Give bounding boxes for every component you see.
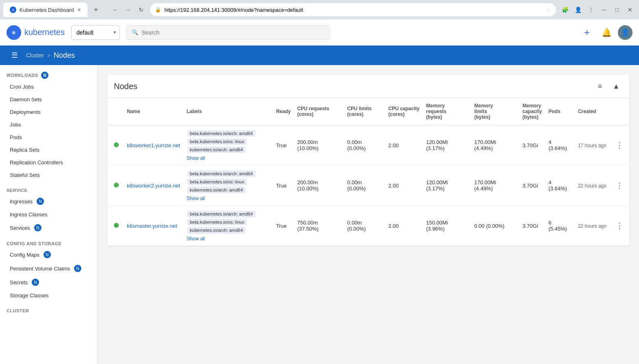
- mem-capacity-cell: 3.70Gi: [519, 166, 545, 206]
- label-chip: beta.kubernetes.io/os: linux: [188, 138, 247, 145]
- forward-button[interactable]: →: [122, 4, 134, 15]
- col-labels: Labels: [183, 98, 273, 125]
- actions-cell: ⋮: [610, 166, 629, 206]
- breadcrumb-current: Nodes: [54, 51, 75, 60]
- label-chip: beta.kubernetes.io/os: linux: [188, 219, 247, 225]
- config-section-title: Config and Storage: [0, 235, 97, 248]
- url-input[interactable]: [164, 7, 543, 13]
- mem-capacity-cell: 3.70Gi: [519, 206, 545, 246]
- label-chip: beta.kubernetes.io/arch: amd64: [188, 130, 255, 137]
- cpu-limits-cell: 0.00m (0.00%): [344, 166, 385, 206]
- sidebar-item-secrets[interactable]: Secrets N: [0, 275, 97, 289]
- sidebar-item-replication-controllers[interactable]: Replication Controllers: [0, 156, 97, 169]
- node-link-2[interactable]: k8smaster.yurrize.net: [127, 223, 177, 229]
- browser-tab[interactable]: ⎈ Kubernetes Dashboard ✕: [3, 2, 87, 17]
- back-button[interactable]: ←: [109, 4, 121, 15]
- show-all-labels-2[interactable]: Show all: [187, 236, 270, 242]
- browser-menu-button[interactable]: ⋮: [585, 4, 597, 15]
- maximize-button[interactable]: □: [611, 4, 623, 15]
- sidebar-item-ingresses[interactable]: Ingresses N: [0, 194, 97, 208]
- page-title: Nodes: [114, 82, 137, 91]
- mem-limits-cell: 170.00Mi (4.49%): [471, 166, 519, 206]
- label-chip: beta.kubernetes.io/arch: amd64: [188, 170, 255, 177]
- close-button[interactable]: ✕: [624, 4, 636, 15]
- pvc-badge: N: [74, 265, 81, 272]
- sidebar-item-pods[interactable]: Pods: [0, 131, 97, 144]
- add-icon: +: [584, 27, 590, 38]
- workloads-section-title: Workloads N: [0, 65, 97, 81]
- nodes-table-container: Nodes ≡ ▲ Name Labels Ready: [107, 75, 629, 246]
- table-row: k8sworker1.yurrize.net beta.kubernetes.i…: [107, 125, 629, 166]
- mem-requests-cell: 120.00Mi (3.17%): [423, 166, 471, 206]
- mem-limits-cell: 0.00 (0.00%): [471, 206, 519, 246]
- row-menu-button-1[interactable]: ⋮: [613, 179, 626, 192]
- table-row: k8smaster.yurrize.net beta.kubernetes.io…: [107, 206, 629, 246]
- sidebar-item-daemon-sets[interactable]: Daemon Sets: [0, 93, 97, 106]
- nodes-table: Name Labels Ready CPU requests(cores) CP…: [107, 98, 629, 246]
- ready-cell: True: [273, 125, 294, 166]
- sidebar-item-stateful-sets[interactable]: Stateful Sets: [0, 169, 97, 181]
- browser-actions: 🧩 👤 ⋮ ─ □ ✕: [559, 4, 636, 15]
- sidebar-item-config-maps[interactable]: Config Maps N: [0, 248, 97, 262]
- refresh-button[interactable]: ↻: [135, 4, 147, 15]
- sidebar-item-storage-classes[interactable]: Storage Classes: [0, 289, 97, 302]
- breadcrumb-bar: ☰ Cluster > Nodes: [0, 46, 639, 65]
- hamburger-icon: ☰: [11, 51, 18, 60]
- sidebar-item-deployments[interactable]: Deployments: [0, 106, 97, 118]
- actions-cell: ⋮: [610, 125, 629, 166]
- search-icon: 🔍: [132, 29, 138, 35]
- add-button[interactable]: +: [579, 24, 595, 41]
- ready-cell: True: [273, 166, 294, 206]
- namespace-select-input[interactable]: default: [71, 25, 120, 40]
- sidebar-item-replica-sets[interactable]: Replica Sets: [0, 144, 97, 156]
- col-name: Name: [124, 98, 183, 125]
- main-content: Nodes ≡ ▲ Name Labels Ready: [98, 65, 639, 364]
- row-menu-button-0[interactable]: ⋮: [613, 139, 626, 152]
- node-link-0[interactable]: k8sworker1.yurrize.net: [127, 142, 180, 148]
- show-all-labels-0[interactable]: Show all: [187, 155, 270, 161]
- extensions-button[interactable]: 🧩: [559, 4, 571, 15]
- address-bar: 🔒 ☆: [150, 3, 556, 16]
- ready-cell: True: [273, 206, 294, 246]
- mem-requests-cell: 150.00Mi (3.96%): [423, 206, 471, 246]
- name-cell: k8smaster.yurrize.net: [124, 206, 183, 246]
- sidebar-toggle-button[interactable]: ☰: [7, 47, 23, 63]
- tab-close-button[interactable]: ✕: [77, 7, 81, 13]
- new-tab-button[interactable]: +: [91, 6, 102, 14]
- notifications-button[interactable]: 🔔: [598, 24, 615, 41]
- col-actions: [610, 98, 629, 125]
- row-menu-button-2[interactable]: ⋮: [613, 219, 626, 232]
- show-all-labels-1[interactable]: Show all: [187, 196, 270, 201]
- name-cell: k8sworker2.yurrize.net: [124, 166, 183, 206]
- filter-button[interactable]: ≡: [593, 80, 606, 93]
- col-ready: Ready: [273, 98, 294, 125]
- secrets-badge: N: [32, 279, 39, 286]
- user-avatar[interactable]: 👤: [618, 25, 632, 40]
- sidebar: Workloads N Cron Jobs Daemon Sets Deploy…: [0, 65, 98, 364]
- sidebar-item-cron-jobs[interactable]: Cron Jobs: [0, 81, 97, 93]
- workloads-badge: N: [41, 72, 48, 79]
- sidebar-item-pvc[interactable]: Persistent Volume Claims N: [0, 262, 97, 275]
- cpu-requests-cell: 200.00m (10.00%): [294, 125, 344, 166]
- collapse-button[interactable]: ▲: [610, 80, 623, 93]
- cluster-section-title: Cluster: [0, 302, 97, 315]
- node-link-1[interactable]: k8sworker2.yurrize.net: [127, 183, 180, 189]
- breadcrumb-cluster[interactable]: Cluster: [26, 52, 44, 59]
- pods-cell: 4 (3.64%): [545, 166, 575, 206]
- minimize-button[interactable]: ─: [598, 4, 610, 15]
- col-mem-lim: Memorylimits(bytes): [471, 98, 519, 125]
- sidebar-item-ingress-classes[interactable]: Ingress Classes: [0, 208, 97, 221]
- profile-button[interactable]: 👤: [572, 4, 584, 15]
- name-cell: k8sworker1.yurrize.net: [124, 125, 183, 166]
- sidebar-item-services[interactable]: Services N: [0, 221, 97, 235]
- filter-icon: ≡: [598, 82, 602, 91]
- status-cell: [107, 206, 124, 246]
- collapse-icon: ▲: [613, 82, 620, 91]
- cpu-limits-cell: 0.00m (0.00%): [344, 206, 385, 246]
- search-input[interactable]: [142, 29, 325, 36]
- header-actions: + 🔔 👤: [579, 24, 632, 41]
- sidebar-item-jobs[interactable]: Jobs: [0, 118, 97, 131]
- kubernetes-logo: ⎈ kubernetes: [7, 25, 65, 40]
- namespace-selector[interactable]: default: [71, 25, 120, 40]
- actions-cell: ⋮: [610, 206, 629, 246]
